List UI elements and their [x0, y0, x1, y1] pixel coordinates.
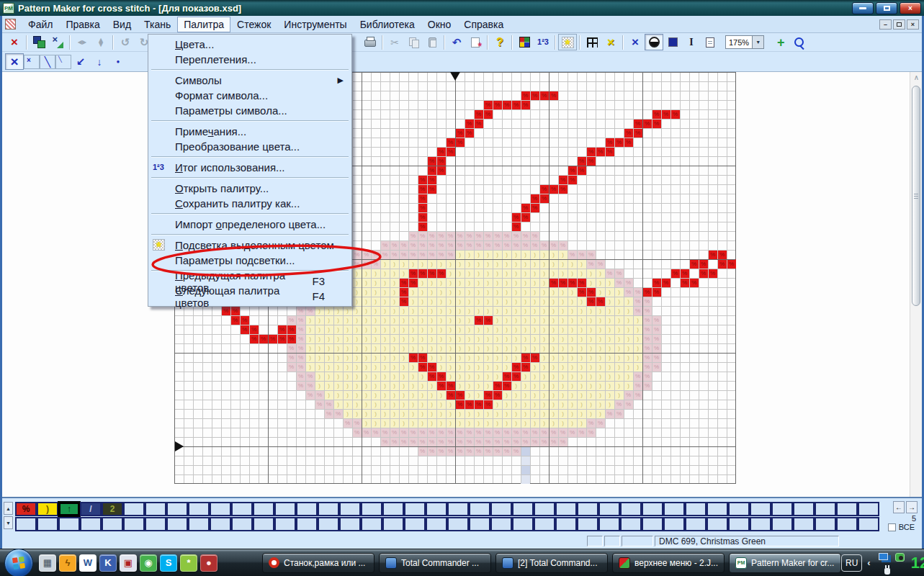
calculator-icon[interactable]: ▦ [39, 554, 56, 572]
palette-swatch[interactable] [339, 517, 361, 531]
palette-swatch[interactable] [642, 517, 663, 531]
palette-swatch[interactable] [296, 502, 318, 516]
power-plug-icon[interactable] [884, 568, 890, 575]
quarter-stitch-button[interactable]: ╲ [55, 55, 71, 69]
half-stitch-button[interactable]: ╲ [40, 55, 55, 69]
menubar-item-Файл[interactable]: Файл [22, 17, 59, 32]
next-palette-button[interactable]: → [906, 501, 918, 513]
petite-stitch-button[interactable]: × [24, 55, 40, 69]
scrollbar-thumb[interactable] [912, 86, 920, 306]
hide-grid-button[interactable]: × [601, 34, 620, 50]
mdi-minimize-button[interactable]: – [879, 19, 892, 30]
menubar-item-Стежок[interactable]: Стежок [230, 17, 277, 32]
palette-swatch[interactable] [620, 517, 642, 531]
palette-swatch[interactable] [771, 517, 793, 531]
help-button[interactable]: ? [490, 34, 509, 50]
palette-swatch[interactable] [534, 502, 555, 516]
palette-swatch[interactable] [404, 517, 426, 531]
menu-item-Цвета-[interactable]: Цвета... [149, 37, 351, 52]
palette-swatch[interactable] [15, 517, 37, 531]
palette-swatch[interactable] [145, 502, 166, 516]
palette-swatch[interactable] [123, 517, 145, 531]
skype-icon[interactable]: S [160, 554, 177, 572]
restore-button[interactable] [876, 2, 897, 14]
undo-button[interactable]: ↶ [447, 34, 466, 50]
menu-item-Сохранить-палитру-как-[interactable]: Сохранить палитру как... [149, 196, 351, 211]
import-color-button[interactable] [466, 34, 485, 50]
palette-swatch[interactable] [490, 502, 512, 516]
menu-item-Параметры-подсветки-[interactable]: Параметры подсветки... [149, 253, 351, 268]
menubar-item-Инструменты[interactable]: Инструменты [277, 17, 353, 32]
palette-swatch[interactable] [382, 502, 404, 516]
palette-swatch[interactable] [274, 502, 296, 516]
menu-item-Итог-использования-[interactable]: 1²3Итог использования... [149, 160, 351, 175]
palette-swatch[interactable]: 2 [102, 502, 123, 516]
palette-swatch[interactable] [382, 517, 404, 531]
save-tool-icon[interactable]: ▣ [120, 554, 137, 572]
menubar-item-Справка[interactable]: Справка [457, 17, 510, 32]
palette-swatch[interactable] [231, 502, 253, 516]
menu-item-Преобразование-цвета-[interactable]: Преобразование цвета... [149, 139, 351, 154]
menu-item-Импорт-определеного-цвета-[interactable]: Импорт определеного цвета... [149, 217, 351, 232]
vertical-scrollbar[interactable]: ∧ [910, 72, 922, 497]
scroll-up-icon[interactable]: ∧ [910, 72, 922, 84]
palette-swatch[interactable] [166, 517, 188, 531]
palette-swatch[interactable]: % [15, 502, 37, 516]
palette-swatch[interactable] [815, 502, 836, 516]
palette-scroll-down-button[interactable]: ▼ [4, 516, 13, 529]
palette-swatch[interactable] [836, 502, 858, 516]
palette-swatch[interactable] [512, 517, 534, 531]
kmplayer-icon[interactable]: K [99, 554, 117, 572]
palette-swatch[interactable] [620, 502, 642, 516]
delete-stitches-button[interactable]: × [5, 34, 24, 50]
update-icon[interactable] [895, 553, 905, 562]
palette-swatch[interactable] [858, 517, 879, 531]
palette-swatch[interactable] [210, 502, 231, 516]
zoom-tool-button[interactable] [790, 34, 809, 50]
palette-swatch[interactable] [37, 517, 58, 531]
tray-clock[interactable]: 12 17 29 [911, 554, 924, 572]
menubar-item-Правка[interactable]: Правка [59, 17, 106, 32]
mdi-close-button[interactable]: × [907, 19, 919, 30]
palette-swatch[interactable] [102, 517, 123, 531]
palette-swatch[interactable] [404, 502, 426, 516]
palette-swatch[interactable] [426, 502, 447, 516]
previous-palette-button[interactable]: ← [893, 501, 905, 513]
palette-swatch[interactable] [231, 517, 253, 531]
palette-colors-button[interactable] [515, 34, 534, 50]
palette-swatch[interactable] [555, 517, 577, 531]
taskbar-button[interactable]: верхнее меню - 2.J... [612, 553, 725, 573]
menubar-item-Вид[interactable]: Вид [107, 17, 138, 32]
palette-swatch[interactable] [728, 517, 750, 531]
menubar-item-Палитра[interactable]: Палитра [177, 17, 230, 32]
palette-swatch[interactable] [534, 517, 555, 531]
mdi-restore-button[interactable] [893, 19, 905, 30]
close-button[interactable]: × [900, 2, 921, 14]
icq-icon[interactable]: * [180, 554, 197, 572]
menubar-item-Ткань[interactable]: Ткань [138, 17, 177, 32]
usage-summary-button[interactable]: 1²3 [534, 34, 552, 50]
download-master-icon[interactable]: ◉ [140, 554, 157, 572]
palette-swatch[interactable] [858, 502, 879, 516]
language-indicator[interactable]: RU [841, 554, 862, 572]
taskbar-button[interactable]: PMPattern Maker for cr... [729, 553, 841, 573]
palette-swatch[interactable] [577, 517, 598, 531]
menubar-item-Окно[interactable]: Окно [421, 17, 458, 32]
view-symbols-button[interactable] [645, 34, 663, 50]
palette-swatch[interactable] [274, 517, 296, 531]
palette-swatch[interactable] [642, 502, 663, 516]
replace-color-button[interactable] [48, 34, 67, 50]
start-button[interactable] [4, 549, 33, 576]
palette-swatch[interactable]: ) [37, 502, 58, 516]
network-icon[interactable] [879, 553, 888, 560]
messenger-icon[interactable]: ● [200, 554, 217, 572]
palette-swatch[interactable] [598, 517, 620, 531]
view-information-button[interactable]: I [682, 34, 701, 50]
palette-swatch[interactable] [188, 517, 210, 531]
highlight-color-button[interactable] [558, 34, 577, 50]
view-notes-button[interactable] [701, 34, 719, 50]
french-knot-button[interactable]: ● [109, 53, 127, 70]
menu-item-Подсветка-выделенным-цветом[interactable]: Подсветка выделенным цветом [149, 238, 351, 253]
palette-swatch[interactable] [253, 517, 274, 531]
word-icon[interactable]: W [79, 554, 97, 572]
